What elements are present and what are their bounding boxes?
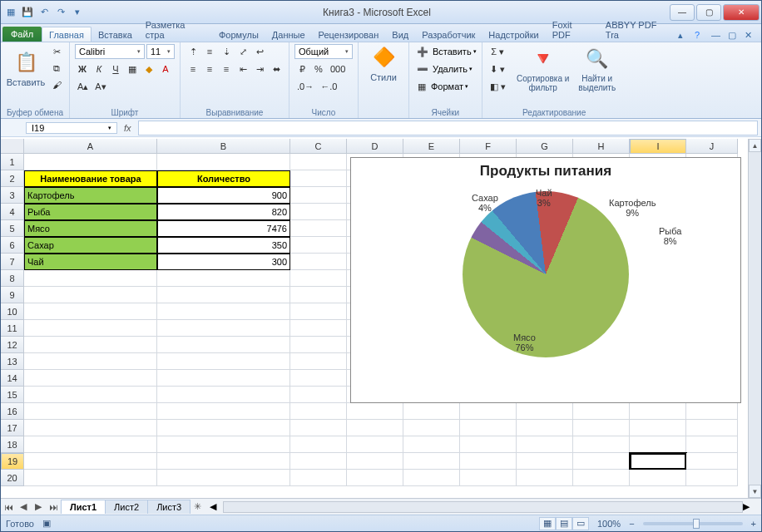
cell-F17[interactable] bbox=[460, 420, 517, 436]
row-header-13[interactable]: 13 bbox=[1, 353, 24, 370]
cell-C15[interactable] bbox=[290, 387, 347, 403]
cell-D18[interactable] bbox=[347, 436, 403, 453]
save-icon[interactable]: 💾 bbox=[21, 6, 34, 19]
cell-C8[interactable] bbox=[290, 270, 347, 287]
cell-F20[interactable] bbox=[460, 470, 517, 486]
col-header-A[interactable]: A bbox=[24, 139, 157, 154]
delete-cells-button[interactable]: ➖ bbox=[414, 62, 431, 76]
new-sheet-icon[interactable]: ✳ bbox=[190, 501, 205, 512]
redo-icon[interactable]: ↷ bbox=[54, 6, 67, 19]
cell-G18[interactable] bbox=[517, 436, 573, 453]
cell-J18[interactable] bbox=[686, 436, 738, 453]
name-box[interactable]: I19▾ bbox=[26, 122, 117, 134]
col-header-J[interactable]: J bbox=[686, 139, 738, 154]
tab-foxit pdf[interactable]: Foxit PDF bbox=[546, 17, 599, 42]
row-header-19[interactable]: 19 bbox=[1, 453, 24, 470]
cell-H19[interactable] bbox=[573, 453, 630, 470]
align-top-icon[interactable]: ⇡ bbox=[186, 44, 200, 59]
underline-button[interactable]: Ч bbox=[108, 62, 123, 76]
cell-A20[interactable] bbox=[24, 470, 157, 486]
cell-C3[interactable] bbox=[290, 187, 347, 204]
tab-вид[interactable]: Вид bbox=[385, 27, 415, 42]
bold-button[interactable]: Ж bbox=[75, 62, 90, 76]
format-cells-button[interactable]: ▦ bbox=[414, 79, 429, 94]
tab-формулы[interactable]: Формулы bbox=[212, 27, 265, 42]
tab-next-icon[interactable]: ▶ bbox=[31, 501, 46, 512]
decrease-decimal-icon[interactable]: ←.0 bbox=[318, 79, 339, 94]
cell-A17[interactable] bbox=[24, 420, 157, 436]
embedded-chart[interactable]: Продукты питания Картофель9%Рыба8%Мясо76… bbox=[350, 157, 741, 403]
cell-F18[interactable] bbox=[460, 436, 517, 453]
comma-icon[interactable]: 000 bbox=[328, 62, 348, 76]
italic-button[interactable]: К bbox=[92, 62, 106, 76]
cell-B13[interactable] bbox=[157, 353, 290, 370]
col-header-G[interactable]: G bbox=[517, 139, 573, 154]
find-select-button[interactable]: 🔍 Найти и выделить bbox=[573, 44, 621, 94]
row-header-11[interactable]: 11 bbox=[1, 320, 24, 337]
cut-icon[interactable]: ✂ bbox=[49, 44, 64, 59]
row-header-17[interactable]: 17 bbox=[1, 420, 24, 436]
col-header-I[interactable]: I bbox=[630, 139, 686, 154]
paste-button[interactable]: 📋 Вставить bbox=[6, 44, 46, 92]
cell-B14[interactable] bbox=[157, 370, 290, 387]
cell-B17[interactable] bbox=[157, 420, 290, 436]
cell-C11[interactable] bbox=[290, 320, 347, 337]
cell-A11[interactable] bbox=[24, 320, 157, 337]
cell-I16[interactable] bbox=[630, 403, 686, 420]
cell-C2[interactable] bbox=[290, 170, 347, 187]
merge-icon[interactable]: ⬌ bbox=[269, 62, 284, 76]
cell-A5[interactable]: Мясо bbox=[24, 220, 157, 237]
cell-A7[interactable]: Чай bbox=[24, 254, 157, 270]
tab-вставка[interactable]: Вставка bbox=[92, 27, 139, 42]
cell-G16[interactable] bbox=[517, 403, 573, 420]
cell-G19[interactable] bbox=[517, 453, 573, 470]
row-header-4[interactable]: 4 bbox=[1, 204, 24, 220]
fill-icon[interactable]: ⬇ ▾ bbox=[487, 62, 508, 76]
increase-font-icon[interactable]: A▴ bbox=[75, 79, 91, 94]
cell-B10[interactable] bbox=[157, 303, 290, 320]
cell-B7[interactable]: 300 bbox=[157, 254, 290, 270]
cell-A1[interactable] bbox=[24, 154, 157, 170]
cell-C1[interactable] bbox=[290, 154, 347, 170]
row-header-20[interactable]: 20 bbox=[1, 470, 24, 486]
font-name-select[interactable]: Calibri▾ bbox=[75, 44, 145, 59]
horizontal-scrollbar[interactable]: ◀ ▶ bbox=[210, 501, 756, 513]
cell-H18[interactable] bbox=[573, 436, 630, 453]
row-header-14[interactable]: 14 bbox=[1, 370, 24, 387]
cell-C19[interactable] bbox=[290, 453, 347, 470]
col-header-H[interactable]: H bbox=[573, 139, 630, 154]
cell-B9[interactable] bbox=[157, 287, 290, 303]
row-header-15[interactable]: 15 bbox=[1, 387, 24, 403]
clear-icon[interactable]: ◧ ▾ bbox=[487, 79, 508, 94]
tab-file[interactable]: Файл bbox=[2, 27, 42, 42]
cell-C20[interactable] bbox=[290, 470, 347, 486]
hscroll-left-icon[interactable]: ◀ bbox=[210, 501, 223, 512]
cell-B6[interactable]: 350 bbox=[157, 237, 290, 254]
cell-A4[interactable]: Рыба bbox=[24, 204, 157, 220]
cell-B5[interactable]: 7476 bbox=[157, 220, 290, 237]
tab-last-icon[interactable]: ⏭ bbox=[46, 502, 61, 512]
cell-B19[interactable] bbox=[157, 453, 290, 470]
cell-A19[interactable] bbox=[24, 453, 157, 470]
cell-B1[interactable] bbox=[157, 154, 290, 170]
cell-A6[interactable]: Сахар bbox=[24, 237, 157, 254]
align-bottom-icon[interactable]: ⇣ bbox=[219, 44, 234, 59]
font-size-select[interactable]: 11▾ bbox=[146, 44, 175, 59]
tab-рецензирован[interactable]: Рецензирован bbox=[312, 27, 386, 42]
cell-C17[interactable] bbox=[290, 420, 347, 436]
zoom-value[interactable]: 100% bbox=[597, 519, 621, 529]
decrease-indent-icon[interactable]: ⇤ bbox=[235, 62, 250, 76]
zoom-out-icon[interactable]: − bbox=[629, 519, 634, 529]
zoom-in-icon[interactable]: + bbox=[751, 519, 756, 529]
cell-C7[interactable] bbox=[290, 254, 347, 270]
percent-icon[interactable]: % bbox=[311, 62, 326, 76]
sheet-tab-Лист3[interactable]: Лист3 bbox=[147, 500, 190, 514]
cell-A3[interactable]: Картофель bbox=[24, 187, 157, 204]
cell-E19[interactable] bbox=[403, 453, 460, 470]
formula-input[interactable] bbox=[138, 121, 758, 135]
tab-разработчик[interactable]: Разработчик bbox=[415, 27, 482, 42]
cell-B2[interactable]: Количество bbox=[157, 170, 290, 187]
pagebreak-view-icon[interactable]: ▭ bbox=[572, 517, 589, 530]
cell-D19[interactable] bbox=[347, 453, 403, 470]
fill-color-button[interactable]: ◆ bbox=[141, 62, 156, 76]
